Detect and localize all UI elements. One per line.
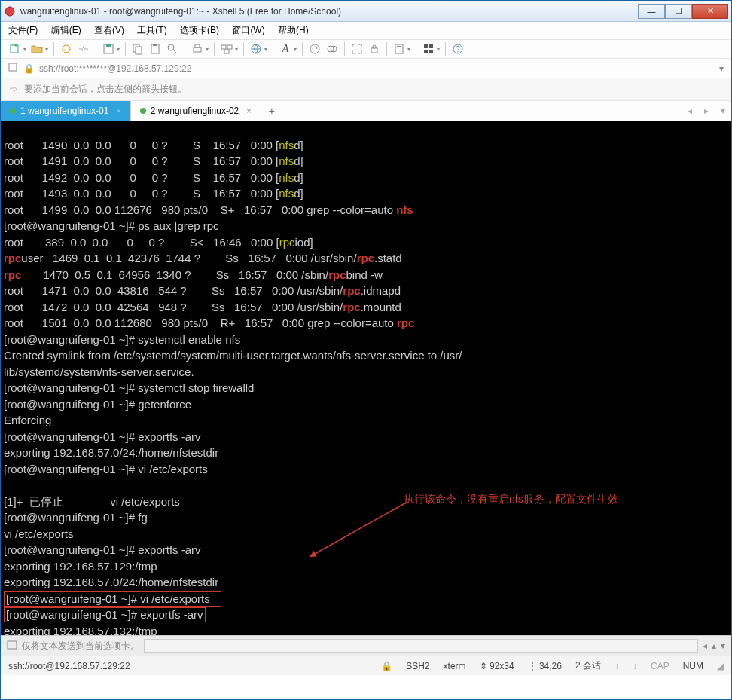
svg-text:?: ? [456,45,460,53]
new-session-icon[interactable] [8,42,22,56]
tab-session-1[interactable]: 1 wangruifenglinux-01 × [1,101,131,121]
font-icon[interactable]: A [279,42,292,56]
tab-close-icon[interactable]: × [116,106,120,115]
status-num: NUM [683,661,703,671]
menu-tools[interactable]: 工具(T) [137,25,166,35]
help-icon[interactable]: ? [451,42,465,56]
svg-rect-23 [424,50,428,53]
tab-close-icon[interactable]: × [246,106,251,115]
sessions-icon[interactable] [220,42,233,56]
tab-nav-right-icon[interactable]: ▸ [698,105,715,116]
svg-rect-13 [224,50,229,53]
svg-rect-9 [194,47,201,52]
annotation-text: 执行该命令，没有重启nfs服务，配置文件生效 [404,492,618,507]
layout-icon[interactable] [422,42,435,56]
send-bar: 仅将文本发送到当前选项卡。 ◂ ▴ ▾ [1,635,731,656]
tab-nav-drop-icon[interactable]: ▾ [715,105,731,116]
addr-new-icon[interactable] [8,62,19,75]
menu-help[interactable]: 帮助(H) [278,25,309,35]
svg-point-8 [168,44,174,50]
status-dot-icon [10,108,16,114]
status-ssh: SSH2 [406,661,429,671]
send-down-icon[interactable]: ▾ [721,640,725,651]
status-resize-icon[interactable]: ◢ [717,661,724,671]
svg-rect-12 [227,45,232,49]
fullscreen-icon[interactable] [308,42,322,56]
svg-rect-29 [8,641,17,649]
status-connection: ssh://root@192.168.57.129:22 [8,661,130,671]
send-icon[interactable] [7,640,17,653]
open-icon[interactable] [30,42,44,56]
statusbar: ssh://root@192.168.57.129:22 🔒 SSH2 xter… [1,656,731,675]
svg-rect-21 [424,44,428,48]
svg-rect-3 [106,44,111,47]
reconnect-icon[interactable] [59,42,73,56]
menu-window[interactable]: 窗口(W) [232,25,264,35]
svg-rect-10 [195,44,200,47]
svg-rect-5 [136,47,142,54]
send-input[interactable] [144,639,698,653]
paste-icon[interactable] [148,42,162,56]
svg-rect-27 [9,63,17,71]
menu-edit[interactable]: 编辑(E) [51,25,81,35]
annotation-arrow [302,498,415,566]
transparency-icon[interactable] [325,42,339,56]
send-toggle-icon[interactable]: ◂ [703,640,707,651]
toolbar: ▾ ▾ ▾ ▾ ▾ ▾ A▾ ▾ ▾ ? [1,40,731,59]
menu-file[interactable]: 文件(F) [8,25,38,35]
addr-drop-icon[interactable]: ▾ [719,63,724,74]
find-icon[interactable] [166,42,179,56]
terminal-output[interactable]: root 1490 0.0 0.0 0 0 ? S 16:57 0:00 [nf… [1,121,731,635]
svg-rect-18 [371,48,377,53]
svg-rect-19 [395,44,403,53]
tab-label: 1 wangruifenglinux-01 [20,105,108,116]
properties-icon[interactable] [102,42,115,56]
svg-rect-1 [11,45,18,53]
disconnect-icon[interactable] [77,42,90,56]
status-size-icon: ⇕ [480,661,490,671]
tab-add-button[interactable]: + [261,102,282,120]
status-dot-icon [140,108,146,114]
send-label: 仅将文本发送到当前选项卡。 [22,640,139,653]
tab-session-2[interactable]: 2 wangrufienglinux-02 × [131,101,261,121]
tab-nav-left-icon[interactable]: ◂ [682,105,698,116]
titlebar: wangruifenglinux-01 - root@wangruifeng-0… [1,1,731,22]
svg-point-0 [5,7,14,16]
svg-rect-24 [429,50,433,53]
minimize-button[interactable]: — [638,4,665,19]
tab-label: 2 wangrufienglinux-02 [151,105,239,116]
globe-icon[interactable] [249,42,263,56]
menubar: 文件(F) 编辑(E) 查看(V) 工具(T) 选项卡(B) 窗口(W) 帮助(… [1,22,731,40]
print-icon[interactable] [191,42,204,56]
svg-rect-11 [221,45,226,49]
menu-view[interactable]: 查看(V) [94,25,124,35]
hint-arrow-icon[interactable]: ➪ [10,84,17,94]
status-pos: 34,26 [539,661,562,671]
status-lock-icon: 🔒 [381,661,392,671]
hint-bar: ➪ 要添加当前会话，点击左侧的箭头按钮。 [1,78,731,101]
svg-line-28 [310,502,407,557]
menu-tabs[interactable]: 选项卡(B) [180,25,219,35]
status-down-icon[interactable]: ↓ [633,661,637,671]
svg-rect-20 [397,46,401,47]
expand-icon[interactable] [350,42,364,56]
addr-lock-icon: 🔒 [23,63,35,74]
maximize-button[interactable]: ☐ [665,4,692,19]
close-button[interactable]: ✕ [692,4,728,19]
svg-point-15 [310,44,319,53]
copy-icon[interactable] [131,42,145,56]
svg-rect-7 [153,44,157,46]
addr-url[interactable]: ssh://root:********@192.168.57.129:22 [39,63,715,74]
status-sessions: 2 会话 [575,659,601,672]
calc-icon[interactable] [392,42,406,56]
send-up-icon[interactable]: ▴ [712,640,716,651]
status-pos-icon: ⋮ [528,661,539,671]
app-icon [4,5,16,17]
window-title: wangruifenglinux-01 - root@wangruifeng-0… [20,6,638,17]
status-cap: CAP [651,661,669,671]
svg-rect-22 [429,44,433,48]
address-bar: 🔒 ssh://root:********@192.168.57.129:22 … [1,59,731,78]
status-up-icon[interactable]: ↑ [615,661,619,671]
hint-text: 要添加当前会话，点击左侧的箭头按钮。 [24,84,187,94]
lock-icon[interactable] [368,42,381,56]
